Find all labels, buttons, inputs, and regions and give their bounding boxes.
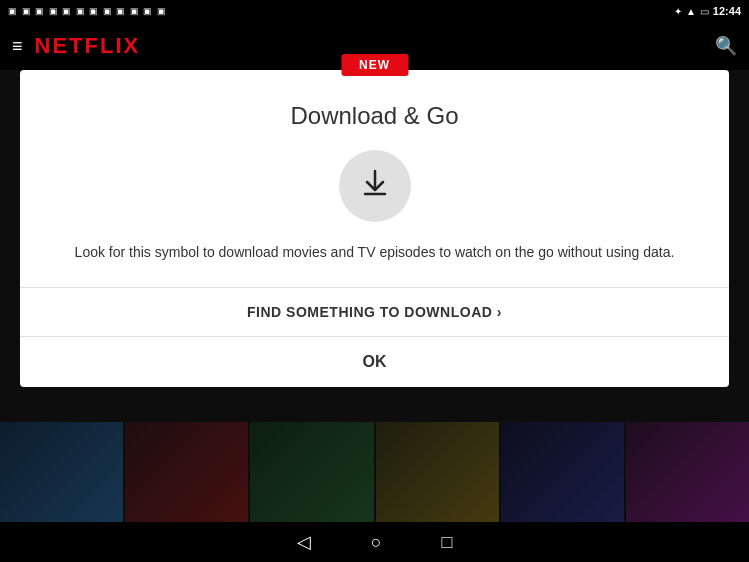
ok-button[interactable]: OK — [20, 337, 729, 387]
back-icon[interactable]: ◁ — [297, 531, 311, 553]
find-something-button[interactable]: FIND SOMETHING TO DOWNLOAD › — [20, 288, 729, 336]
status-bar: ▣ ▣ ▣ ▣ ▣ ▣ ▣ ▣ ▣ ▣ ▣ ▣ ✦ ▲ ▭ 12:44 — [0, 0, 749, 22]
chevron-right-icon: › — [497, 304, 502, 320]
download-modal: NEW Download & Go Look for this symbol t… — [20, 70, 729, 387]
battery-icon: ▭ — [700, 6, 709, 17]
download-icon-circle — [339, 150, 411, 222]
wifi-icon: ▲ — [686, 6, 696, 17]
search-icon[interactable]: 🔍 — [715, 35, 737, 57]
recents-icon[interactable]: □ — [442, 532, 453, 553]
status-time: 12:44 — [713, 5, 741, 17]
modal-description: Look for this symbol to download movies … — [44, 242, 705, 263]
bluetooth-icon: ✦ — [674, 6, 682, 17]
new-badge: NEW — [341, 54, 408, 76]
netflix-logo: NETFLIX — [35, 33, 141, 59]
download-icon — [359, 167, 391, 206]
app-icons: ▣ ▣ ▣ ▣ ▣ ▣ ▣ ▣ ▣ ▣ ▣ ▣ — [8, 6, 167, 16]
status-bar-right: ✦ ▲ ▭ 12:44 — [674, 5, 741, 17]
modal-body: Download & Go Look for this symbol to do… — [20, 70, 729, 263]
home-icon[interactable]: ○ — [371, 532, 382, 553]
modal-title: Download & Go — [44, 102, 705, 130]
nav-bar: ◁ ○ □ — [0, 522, 749, 562]
status-bar-left: ▣ ▣ ▣ ▣ ▣ ▣ ▣ ▣ ▣ ▣ ▣ ▣ — [8, 6, 167, 16]
header-left: ≡ NETFLIX — [12, 33, 140, 59]
menu-icon[interactable]: ≡ — [12, 36, 23, 57]
